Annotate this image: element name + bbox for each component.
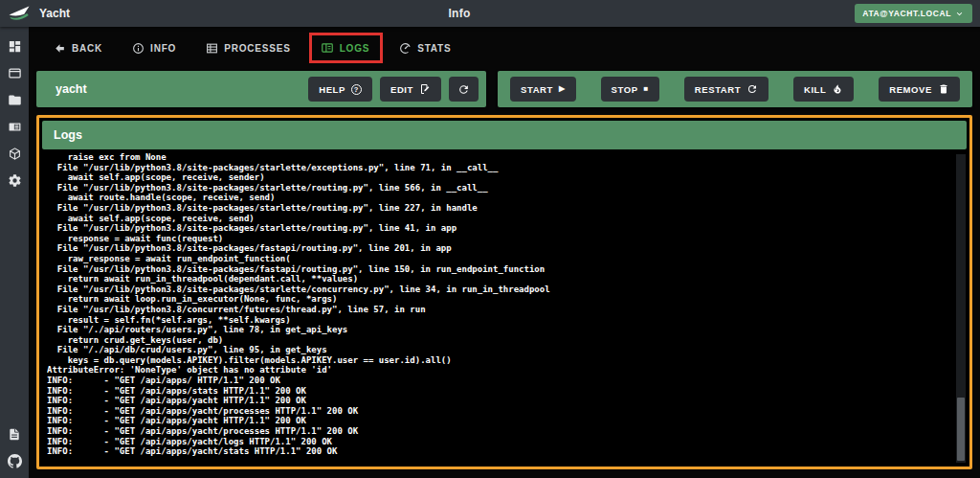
container-name: yacht [56, 82, 87, 96]
sidebar-item-github[interactable] [0, 447, 29, 474]
tab-info-label: INFO [150, 43, 176, 54]
trash-icon [938, 83, 949, 95]
sidebar-item-templates[interactable] [0, 86, 29, 113]
app-card-actions: HELP ? EDIT [308, 77, 479, 102]
cube-icon [8, 147, 22, 161]
user-menu-label: ATA@YACHT.LOCAL [862, 9, 951, 18]
restart-button[interactable]: RESTART [684, 77, 768, 102]
restart-button-label: RESTART [695, 84, 741, 95]
sidebar-item-applications[interactable] [0, 59, 29, 86]
topbar: Yacht Info ATA@YACHT.LOCAL [0, 0, 980, 27]
kill-button-label: KILL [804, 84, 827, 95]
main-content: BACK INFO PROCESSES [29, 27, 980, 478]
table-icon [206, 42, 218, 55]
remove-button[interactable]: REMOVE [879, 77, 960, 102]
gear-icon [8, 173, 22, 188]
sidebar-item-template-list[interactable] [0, 113, 29, 140]
sidebar-footer [0, 421, 29, 474]
applications-icon [8, 66, 22, 80]
fire-icon [832, 83, 843, 95]
sidebar-item-projects[interactable] [0, 140, 29, 167]
tab-logs[interactable]: LOGS [321, 41, 370, 55]
help-button[interactable]: HELP ? [308, 77, 372, 102]
tab-processes[interactable]: PROCESSES [206, 42, 290, 55]
tab-stats[interactable]: STATS [399, 42, 451, 55]
stop-icon: ■ [644, 85, 649, 93]
logs-panel-header: Logs [42, 121, 967, 149]
stop-button[interactable]: STOP ■ [601, 77, 660, 102]
refresh-icon [457, 83, 470, 96]
logs-icon [321, 41, 334, 55]
tab-logs-label: LOGS [340, 43, 370, 54]
refresh-button[interactable] [449, 77, 479, 102]
tab-processes-label: PROCESSES [224, 43, 290, 54]
help-button-label: HELP [319, 84, 345, 95]
stop-button-label: STOP [612, 84, 638, 95]
restart-icon [746, 83, 758, 95]
github-icon [8, 454, 22, 468]
log-output: raise exc from None File "/usr/lib/pytho… [47, 152, 943, 457]
card-text-icon [8, 120, 22, 134]
tab-back[interactable]: BACK [54, 42, 102, 55]
sidebar-item-docs[interactable] [0, 421, 29, 447]
tab-stats-label: STATS [417, 43, 451, 54]
logs-scrollbar-track[interactable] [956, 154, 966, 463]
dashboard-icon [8, 39, 22, 54]
app-title-card: yacht HELP ? EDIT [36, 71, 486, 107]
info-circle-icon [132, 42, 145, 55]
sidebar-item-dashboard[interactable] [0, 33, 29, 59]
folder-icon [8, 93, 22, 107]
tab-info[interactable]: INFO [132, 42, 176, 55]
logs-panel-title: Logs [54, 128, 82, 142]
sidebar [0, 27, 29, 478]
gauge-icon [399, 42, 412, 55]
start-button-label: START [521, 84, 553, 95]
remove-button-label: REMOVE [889, 84, 932, 95]
edit-document-icon [419, 83, 431, 95]
tab-back-label: BACK [72, 43, 102, 54]
edit-button[interactable]: EDIT [380, 77, 441, 102]
cards-row: yacht HELP ? EDIT [29, 71, 980, 107]
tabbar: BACK INFO PROCESSES [29, 27, 980, 69]
page-title: Info [0, 7, 919, 20]
sidebar-item-settings[interactable] [0, 167, 29, 193]
play-icon: ▶ [559, 85, 566, 93]
chevron-down-icon [954, 9, 965, 19]
arrow-left-icon [54, 42, 66, 55]
container-controls-card: START ▶ STOP ■ RESTART KILL [498, 71, 972, 107]
logs-panel: Logs raise exc from None File "/usr/lib/… [36, 115, 972, 469]
help-circle-icon: ? [351, 84, 362, 95]
user-menu-button[interactable]: ATA@YACHT.LOCAL [855, 4, 972, 23]
start-button[interactable]: START ▶ [510, 77, 576, 102]
kill-button[interactable]: KILL [793, 77, 855, 102]
logs-scrollbar-thumb[interactable] [957, 398, 965, 461]
edit-button-label: EDIT [390, 84, 413, 95]
yacht-app-window: Yacht Info ATA@YACHT.LOCAL [0, 0, 980, 478]
document-icon [8, 427, 21, 442]
